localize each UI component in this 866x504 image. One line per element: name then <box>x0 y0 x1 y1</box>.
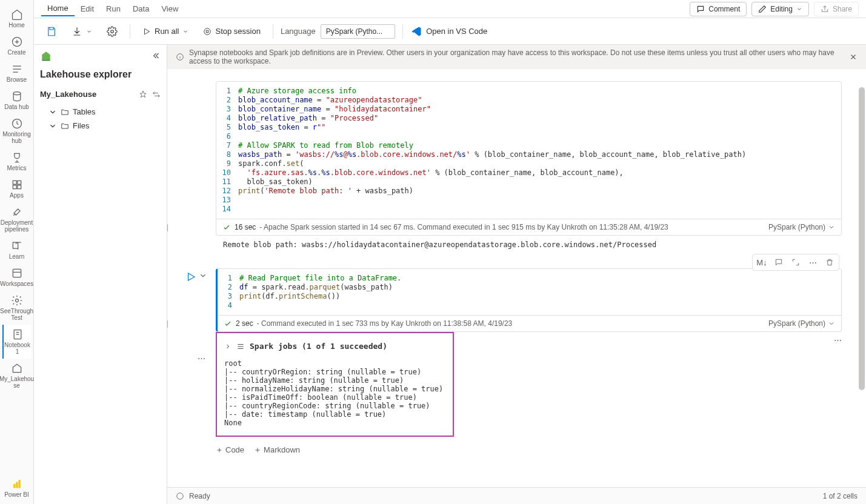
more-cell-button[interactable]: ⋯ <box>805 256 821 269</box>
output-ellipsis[interactable]: ⋯ <box>198 354 205 363</box>
chevron-down-icon <box>48 108 57 116</box>
folder-icon <box>61 108 69 116</box>
comment-button[interactable]: Comment <box>690 2 747 16</box>
monitor-icon <box>11 118 23 130</box>
play-icon[interactable] <box>185 271 196 282</box>
run-all-button[interactable]: Run all <box>138 24 193 38</box>
svg-rect-12 <box>18 480 20 488</box>
language-select[interactable]: PySpark (Pytho... <box>321 24 395 39</box>
svg-rect-3 <box>13 181 16 184</box>
gear-icon <box>107 26 118 37</box>
convert-markdown-button[interactable]: M↓ <box>754 256 770 269</box>
delete-cell-button[interactable] <box>822 256 838 269</box>
chevron-down-icon <box>182 28 188 35</box>
swap-icon[interactable] <box>152 90 161 99</box>
code-editor-2[interactable]: 1234 # Read Parquet file into a DataFram… <box>218 269 841 315</box>
chevron-down-icon[interactable] <box>199 271 207 280</box>
add-code-cell-button[interactable]: Code <box>216 445 244 454</box>
menu-view[interactable]: View <box>155 2 184 16</box>
cell-1-output: Remote blob path: wasbs://holidaydatacon… <box>216 236 842 254</box>
rail-monitoring[interactable]: Monitoring hub <box>2 114 32 148</box>
rail-metrics[interactable]: Metrics <box>2 148 32 175</box>
menu-run[interactable]: Run <box>100 2 127 16</box>
add-markdown-cell-button[interactable]: Markdown <box>254 445 300 454</box>
rail-seethrough[interactable]: SeeThrough Test <box>2 291 32 325</box>
save-button[interactable] <box>41 24 62 39</box>
pin-icon[interactable] <box>139 90 147 99</box>
share-button[interactable]: Share <box>814 2 859 16</box>
tree-tables[interactable]: Tables <box>40 105 161 119</box>
plus-circle-icon <box>11 36 23 48</box>
preview-banner: Synapse notebooks and Spark job definiti… <box>167 45 866 69</box>
close-icon[interactable] <box>849 53 858 61</box>
gear-icon <box>11 294 23 307</box>
chevron-down-icon[interactable] <box>828 320 835 327</box>
pencil-icon <box>758 5 767 13</box>
tree-files[interactable]: Files <box>40 119 161 133</box>
scrollbar[interactable] <box>858 69 865 487</box>
output-more-icon[interactable]: ⋯ <box>834 336 842 345</box>
code-editor-1[interactable]: 1234567891011121314 # Azure storage acce… <box>216 82 841 219</box>
lakehouse-name-row[interactable]: My_Lakehouse <box>34 86 167 102</box>
check-icon <box>224 319 232 328</box>
rail-create[interactable]: Create <box>2 32 32 59</box>
trophy-icon <box>11 151 23 164</box>
explorer-title: Lakehouse explorer <box>34 67 167 86</box>
rail-learn[interactable]: Learn <box>2 236 32 264</box>
rail-workspaces[interactable]: Workspaces <box>2 264 32 291</box>
plus-icon <box>254 446 261 454</box>
rail-notebook1[interactable]: Notebook 1 <box>2 325 32 359</box>
comment-cell-button[interactable] <box>771 256 787 269</box>
rail-mylakehouse[interactable]: My_Lakehou se <box>2 359 32 393</box>
editing-button[interactable]: Editing <box>751 2 809 16</box>
check-icon <box>222 223 231 231</box>
expand-icon <box>791 258 800 267</box>
home-icon <box>11 8 23 21</box>
svg-point-13 <box>111 30 114 33</box>
menu-edit[interactable]: Edit <box>75 2 100 16</box>
datahub-icon <box>11 90 23 102</box>
code-cell-1: 1234567891011121314 # Azure storage acce… <box>179 81 842 254</box>
rail-powerbi[interactable]: Power BI <box>2 474 32 504</box>
status-bar: Ready 1 of 2 cells <box>167 487 866 504</box>
rail-browse[interactable]: Browse <box>2 59 32 87</box>
cell-1-status: [1] 16 sec - Apache Spark session starte… <box>216 219 841 235</box>
language-label: Language <box>281 27 316 36</box>
rail-datahub[interactable]: Data hub <box>2 87 32 114</box>
download-button[interactable] <box>67 24 97 39</box>
workspaces-icon <box>11 267 23 279</box>
chevron-down-icon[interactable] <box>828 224 835 231</box>
notebook-area: 1234567891011121314 # Azure storage acce… <box>167 69 866 487</box>
menu-home[interactable]: Home <box>41 1 75 16</box>
cell-count: 1 of 2 cells <box>823 492 858 500</box>
svg-rect-10 <box>13 484 15 488</box>
svg-rect-7 <box>13 269 21 277</box>
info-icon <box>176 53 184 61</box>
left-nav-rail: Home Create Browse Data hub Monitoring h… <box>0 0 34 504</box>
add-cell-row: Code Markdown <box>216 442 842 458</box>
svg-rect-15 <box>207 30 209 33</box>
settings-button[interactable] <box>102 24 122 39</box>
chevron-right-icon <box>224 343 231 350</box>
list-icon <box>236 342 245 351</box>
rocket-icon <box>11 206 23 218</box>
lakehouse-icon <box>11 362 23 374</box>
svg-point-14 <box>204 28 211 35</box>
browse-icon <box>11 63 23 75</box>
svg-point-8 <box>15 299 18 302</box>
save-icon <box>46 26 57 37</box>
cell-2-status: [2] 2 sec - Command executed in 1 sec 73… <box>218 315 841 331</box>
folder-icon <box>61 122 69 130</box>
stop-session-button[interactable]: Stop session <box>198 24 265 38</box>
rail-pipelines[interactable]: Deployment pipelines <box>2 202 32 236</box>
expand-cell-button[interactable] <box>788 256 804 269</box>
svg-rect-5 <box>13 185 16 189</box>
open-vscode-button[interactable]: Open in VS Code <box>410 25 487 38</box>
rail-home[interactable]: Home <box>2 5 32 32</box>
rail-apps[interactable]: Apps <box>2 175 32 202</box>
plus-icon <box>216 446 223 454</box>
top-menu-bar: Home Edit Run Data View Comment Editing … <box>34 0 866 18</box>
menu-data[interactable]: Data <box>127 2 155 16</box>
collapse-panel-icon[interactable] <box>151 51 161 61</box>
spark-jobs-row[interactable]: Spark jobs (1 of 1 succeeded) <box>224 338 445 354</box>
